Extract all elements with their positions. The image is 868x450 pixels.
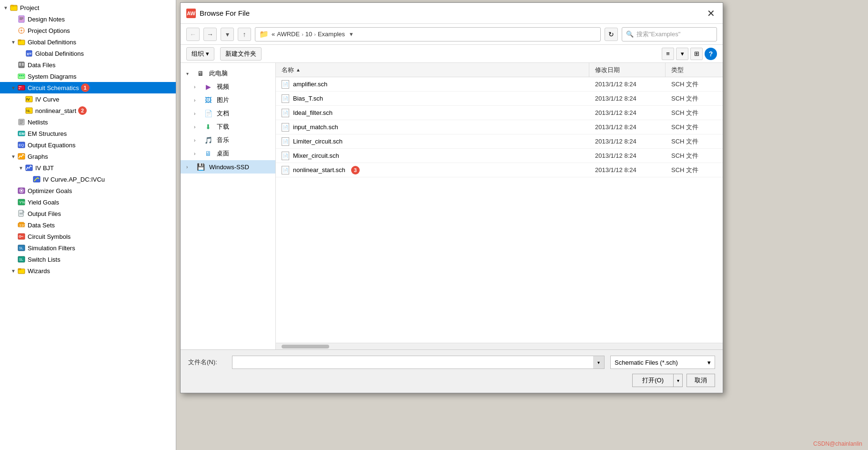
- expand-downloads-icon: ›: [194, 124, 200, 130]
- col-type-label: 类型: [671, 66, 684, 74]
- address-folder-icon: 📁: [259, 30, 269, 39]
- svg-text:EQ: EQ: [19, 143, 24, 147]
- nav-item-downloads[interactable]: › ⬇ 下载: [181, 120, 275, 133]
- tree-item-circuit-symbols[interactable]: Circuit Symbols: [0, 231, 176, 242]
- tree-label-data-files: Data Files: [28, 61, 56, 69]
- tree-item-design-notes[interactable]: Design Notes: [0, 13, 176, 25]
- dialog-titlebar: AW Browse For File ✕: [181, 3, 723, 24]
- address-bar[interactable]: 📁 « AWRDE › 10 › Examples ▾: [255, 27, 601, 41]
- refresh-button[interactable]: ↻: [605, 28, 618, 41]
- tree-item-netlists[interactable]: Netlists: [0, 116, 176, 128]
- col-date-label: 修改日期: [595, 66, 620, 74]
- expand-system-diagrams: [10, 72, 17, 80]
- open-button[interactable]: 打开(O): [632, 374, 673, 387]
- horizontal-scrollbar[interactable]: [276, 343, 723, 349]
- help-button[interactable]: ?: [705, 48, 717, 60]
- tree-item-project[interactable]: ▼ Project: [0, 2, 176, 13]
- view-list-button[interactable]: ≡: [662, 48, 674, 60]
- dialog-actions-bar: 组织 ▾ 新建文件夹 ≡ ▾ ⊞ ?: [181, 45, 723, 63]
- new-folder-button[interactable]: 新建文件夹: [220, 47, 262, 61]
- circuit-schematics-icon: [17, 83, 26, 92]
- filename-input[interactable]: [232, 356, 605, 369]
- tree-item-circuit-schematics[interactable]: ▼ Circuit Schematics 1: [0, 82, 176, 93]
- open-dropdown-button[interactable]: ▾: [673, 374, 683, 387]
- expand-optimizer-goals: [10, 187, 17, 194]
- expand-global-defs-folder[interactable]: ▼: [10, 38, 17, 46]
- nav-item-music[interactable]: › 🎵 音乐: [181, 133, 275, 147]
- file-row-input-match[interactable]: 📄 input_match.sch 2013/1/12 8:24 SCH 文件: [276, 120, 723, 134]
- design-notes-icon: [17, 15, 26, 23]
- tree-item-nonlinear-start[interactable]: NL nonlinear_start 2: [0, 105, 176, 116]
- tree-item-optimizer-goals[interactable]: Optimizer Goals: [0, 185, 176, 196]
- nav-item-documents[interactable]: › 📄 文档: [181, 107, 275, 120]
- dialog-close-button[interactable]: ✕: [705, 9, 717, 18]
- filename-dropdown-button[interactable]: ▾: [593, 356, 605, 369]
- nav-back-button[interactable]: ←: [186, 28, 200, 41]
- tree-item-data-files[interactable]: Data Files: [0, 59, 176, 71]
- col-name[interactable]: 名称 ▲: [276, 63, 589, 77]
- tree-label-circuit-symbols: Circuit Symbols: [28, 233, 71, 240]
- expand-pictures-icon: ›: [194, 98, 200, 103]
- expand-data-sets: [10, 221, 17, 229]
- nav-item-pictures[interactable]: › 🖼 图片: [181, 93, 275, 107]
- tree-item-global-defs-folder[interactable]: ▼ Global Definitions: [0, 36, 176, 48]
- expand-circuit-schematics[interactable]: ▼: [10, 84, 17, 92]
- file-row-ideal-filter[interactable]: 📄 Ideal_filter.sch 2013/1/12 8:24 SCH 文件: [276, 106, 723, 120]
- tree-item-simulation-filters[interactable]: SL Simulation Filters: [0, 242, 176, 254]
- file-date-limiter-circuit: 2013/1/12 8:24: [589, 138, 666, 145]
- nav-up-button[interactable]: ↑: [238, 28, 251, 41]
- address-separator-1: ›: [302, 31, 303, 37]
- circuit-symbols-icon: [17, 232, 26, 241]
- tree-item-wizards[interactable]: ▼ Wizards: [0, 265, 176, 276]
- file-cell-name-limiter-circuit: 📄 Limiter_circuit.sch: [276, 137, 589, 146]
- nav-item-desktop[interactable]: › 🖥 桌面: [181, 147, 275, 160]
- nav-dropdown-button[interactable]: ▾: [221, 28, 234, 41]
- nav-item-windows-ssd[interactable]: › 💾 Windows-SSD: [181, 160, 275, 174]
- tree-item-system-diagrams[interactable]: System Diagrams: [0, 71, 176, 82]
- video-icon: ▶: [203, 82, 213, 92]
- svg-text:IV: IV: [26, 97, 30, 102]
- tree-item-iv-bjt[interactable]: ▼ IV BJT: [0, 162, 176, 174]
- tree-item-output-equations[interactable]: EQ Output Equations: [0, 139, 176, 151]
- music-icon: 🎵: [203, 135, 213, 145]
- expand-project[interactable]: ▼: [2, 4, 10, 11]
- tree-item-data-sets[interactable]: 110 Data Sets: [0, 219, 176, 231]
- nav-item-video[interactable]: › ▶ 视频: [181, 80, 275, 93]
- expand-graphs[interactable]: ▼: [10, 153, 17, 160]
- address-expand-icon[interactable]: ▾: [350, 31, 353, 38]
- tree-item-project-options[interactable]: Project Options: [0, 25, 176, 36]
- address-part-awrde: AWRDE: [277, 31, 300, 38]
- file-row-mixer-circuit[interactable]: 📄 Mixer_circuit.sch 2013/1/12 8:24 SCH 文…: [276, 149, 723, 163]
- expand-iv-bjt[interactable]: ▼: [17, 164, 25, 172]
- col-date[interactable]: 修改日期: [589, 63, 666, 77]
- tree-item-switch-lists[interactable]: SL Switch Lists: [0, 254, 176, 265]
- file-name-limiter-circuit: Limiter_circuit.sch: [293, 138, 343, 145]
- file-row-nonlinear-start-sch[interactable]: 📄 nonlinear_start.sch 3 2013/1/12 8:24 S…: [276, 163, 723, 177]
- file-row-bias-t[interactable]: 📄 Bias_T.sch 2013/1/12 8:24 SCH 文件: [276, 92, 723, 106]
- tree-label-global-defs-item: Global Definitions: [35, 50, 84, 57]
- view-grid-button[interactable]: ⊞: [690, 48, 703, 60]
- data-sets-icon: 110: [17, 221, 26, 229]
- tree-item-iv-curve[interactable]: IV IV Curve: [0, 93, 176, 105]
- col-type[interactable]: 类型: [666, 63, 723, 77]
- file-row-amplifier[interactable]: 📄 amplifier.sch 2013/1/12 8:24 SCH 文件: [276, 77, 723, 92]
- output-files-icon: [17, 209, 26, 218]
- expand-wizards[interactable]: ▼: [10, 267, 17, 275]
- tree-item-graphs[interactable]: ▼ Graphs: [0, 151, 176, 162]
- view-dropdown-button[interactable]: ▾: [676, 48, 688, 60]
- filetype-select[interactable]: Schematic Files (*.sch) ▾: [610, 356, 715, 369]
- nav-forward-button[interactable]: →: [203, 28, 217, 41]
- search-bar[interactable]: 🔍 搜索"Examples": [622, 27, 717, 41]
- downloads-icon: ⬇: [203, 122, 213, 132]
- organize-button[interactable]: 组织 ▾: [186, 47, 214, 61]
- tree-item-em-structures[interactable]: EM EM Structures: [0, 128, 176, 139]
- tree-item-output-files[interactable]: Output Files: [0, 208, 176, 219]
- file-row-limiter-circuit[interactable]: 📄 Limiter_circuit.sch 2013/1/12 8:24 SCH…: [276, 134, 723, 149]
- tree-label-nonlinear-start: nonlinear_start: [35, 107, 76, 114]
- tree-item-iv-curve-ap[interactable]: IV Curve.AP_DC:IVCu: [0, 174, 176, 185]
- tree-item-global-defs-item[interactable]: x=1 Global Definitions: [0, 48, 176, 59]
- tree-label-switch-lists: Switch Lists: [28, 256, 61, 263]
- tree-item-yield-goals[interactable]: Y% Yield Goals: [0, 196, 176, 208]
- cancel-button[interactable]: 取消: [686, 374, 715, 387]
- nav-item-this-pc[interactable]: ▾ 🖥 此电脑: [181, 67, 275, 80]
